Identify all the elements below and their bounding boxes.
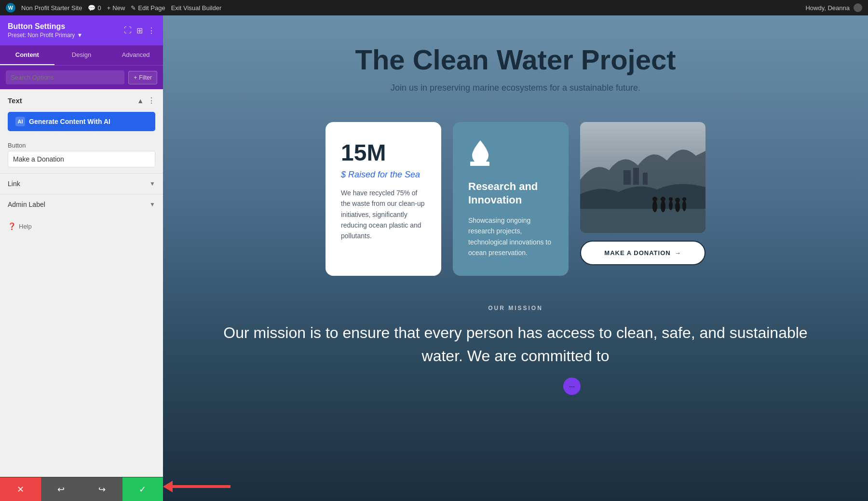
- site-name-link[interactable]: Non Profit Starter Site: [21, 4, 82, 12]
- edit-page-link[interactable]: ✎ Edit Page: [131, 4, 165, 12]
- redo-button[interactable]: ↪: [81, 477, 122, 501]
- admin-label-section: Admin Label ▼: [0, 194, 163, 215]
- right-content: The Clean Water Project Join us in prese…: [163, 15, 868, 501]
- stat-card: 15M $ Raised for the Sea We have recycle…: [326, 122, 441, 276]
- arrow-right-icon: →: [675, 249, 681, 257]
- tab-advanced[interactable]: Advanced: [108, 45, 163, 65]
- button-field-label: Button: [0, 138, 163, 151]
- svg-point-10: [652, 201, 657, 212]
- svg-point-17: [675, 198, 680, 203]
- admin-bar: W Non Profit Starter Site 💬 0 + New ✎ Ed…: [0, 0, 868, 15]
- svg-rect-8: [633, 168, 639, 185]
- ai-generate-button[interactable]: AI Generate Content With AI: [8, 112, 155, 131]
- section-controls: ▲ ⋮: [137, 96, 155, 105]
- svg-point-11: [652, 197, 657, 202]
- help-icon: ❓: [8, 222, 16, 230]
- admin-label-chevron-icon: ▼: [149, 201, 155, 208]
- svg-rect-2: [475, 161, 480, 166]
- filter-button[interactable]: + Filter: [128, 71, 157, 84]
- research-card: Research and Innovation Showcasing ongoi…: [453, 122, 569, 276]
- stat-number: 15M: [341, 139, 426, 166]
- link-section: Link ▼: [0, 173, 163, 194]
- columns-icon[interactable]: ⊞: [136, 26, 143, 35]
- exit-builder-link[interactable]: Exit Visual Builder: [171, 4, 222, 12]
- panel-tabs: Content Design Advanced: [0, 45, 163, 66]
- link-chevron-icon: ▼: [149, 180, 155, 187]
- howdy-label: Howdy, Deanna: [805, 4, 850, 12]
- button-text-input[interactable]: [8, 151, 155, 167]
- link-section-header[interactable]: Link ▼: [0, 174, 163, 194]
- fullscreen-icon[interactable]: ⛶: [124, 26, 132, 35]
- redo-icon: ↪: [98, 484, 106, 495]
- hero-section: The Clean Water Project Join us in prese…: [163, 15, 868, 112]
- text-section-header: Text ▲ ⋮: [0, 89, 163, 110]
- search-area: + Filter: [0, 66, 163, 89]
- panel-title: Button Settings: [8, 22, 82, 31]
- admin-bar-left: W Non Profit Starter Site 💬 0 + New ✎ Ed…: [6, 3, 798, 13]
- discard-button[interactable]: ✕: [0, 477, 41, 501]
- svg-point-19: [682, 197, 686, 201]
- svg-point-15: [669, 197, 673, 201]
- new-link[interactable]: + New: [107, 4, 125, 12]
- dots-icon: ···: [569, 382, 575, 390]
- stat-link[interactable]: $ Raised for the Sea: [341, 170, 426, 180]
- plus-icon: +: [107, 4, 111, 12]
- undo-button[interactable]: ↩: [41, 477, 82, 501]
- image-overlay: [580, 122, 705, 233]
- bottom-toolbar: ✕ ↩ ↪ ✓: [0, 477, 163, 501]
- discard-icon: ✕: [17, 484, 24, 495]
- more-options-icon[interactable]: ⋮: [148, 26, 155, 35]
- filter-icon: +: [134, 74, 137, 81]
- cards-row: 15M $ Raised for the Sea We have recycle…: [163, 112, 868, 285]
- svg-point-13: [661, 197, 665, 202]
- stat-description: We have recycled 75% of the waste from o…: [341, 188, 426, 242]
- research-card-title: Research and Innovation: [468, 180, 553, 207]
- donate-button[interactable]: MAKE A DONATION →: [580, 241, 705, 265]
- hero-title: The Clean Water Project: [182, 44, 849, 75]
- panel-preset[interactable]: Preset: Non Profit Primary ▼: [8, 32, 82, 39]
- panel-header: Button Settings Preset: Non Profit Prima…: [0, 15, 163, 45]
- mission-text: Our mission is to ensure that every pers…: [211, 321, 820, 367]
- admin-label-title: Admin Label: [8, 201, 45, 208]
- hero-subtitle: Join us in preserving marine ecosystems …: [182, 83, 849, 93]
- arrow-line: [173, 485, 231, 488]
- panel-content: Text ▲ ⋮ AI Generate Content With AI But…: [0, 89, 163, 477]
- comment-icon: 💬: [88, 4, 95, 12]
- image-area: MAKE A DONATION →: [580, 122, 705, 276]
- help-section[interactable]: ❓ Help: [0, 215, 163, 238]
- search-input[interactable]: [6, 70, 124, 84]
- avatar: [854, 3, 862, 12]
- svg-point-18: [682, 201, 686, 211]
- text-section-title: Text: [8, 96, 22, 105]
- svg-rect-9: [643, 173, 648, 185]
- water-drop-icon: [468, 139, 553, 170]
- svg-rect-4: [485, 162, 489, 166]
- save-button[interactable]: ✓: [122, 477, 163, 501]
- panel-title-area: Button Settings Preset: Non Profit Prima…: [8, 22, 82, 39]
- comment-count[interactable]: 💬 0: [88, 4, 101, 12]
- admin-bar-right: Howdy, Deanna: [805, 3, 862, 12]
- save-icon: ✓: [139, 484, 146, 495]
- wordpress-logo-icon[interactable]: W: [6, 3, 15, 13]
- panel-icons: ⛶ ⊞ ⋮: [124, 26, 155, 35]
- collapse-icon[interactable]: ▲: [137, 97, 144, 105]
- mission-label: OUR MISSION: [211, 305, 820, 311]
- chevron-down-icon: ▼: [77, 32, 82, 39]
- svg-point-16: [675, 202, 680, 212]
- mission-section: OUR MISSION Our mission is to ensure tha…: [163, 285, 868, 377]
- svg-point-12: [661, 201, 665, 212]
- svg-point-14: [669, 201, 673, 210]
- tab-content[interactable]: Content: [0, 45, 54, 65]
- pencil-icon: ✎: [131, 4, 136, 12]
- research-card-text: Showcasing ongoing research projects, te…: [468, 215, 553, 258]
- ai-icon: AI: [15, 117, 25, 126]
- emoji-indicator: ···: [563, 378, 581, 395]
- undo-icon: ↩: [57, 484, 65, 495]
- svg-rect-1: [470, 162, 475, 166]
- tab-design[interactable]: Design: [54, 45, 109, 65]
- section-more-icon[interactable]: ⋮: [148, 96, 155, 105]
- link-section-title: Link: [8, 180, 20, 188]
- coastal-image: [580, 122, 705, 233]
- page-background: The Clean Water Project Join us in prese…: [163, 15, 868, 501]
- admin-label-header[interactable]: Admin Label ▼: [0, 194, 163, 215]
